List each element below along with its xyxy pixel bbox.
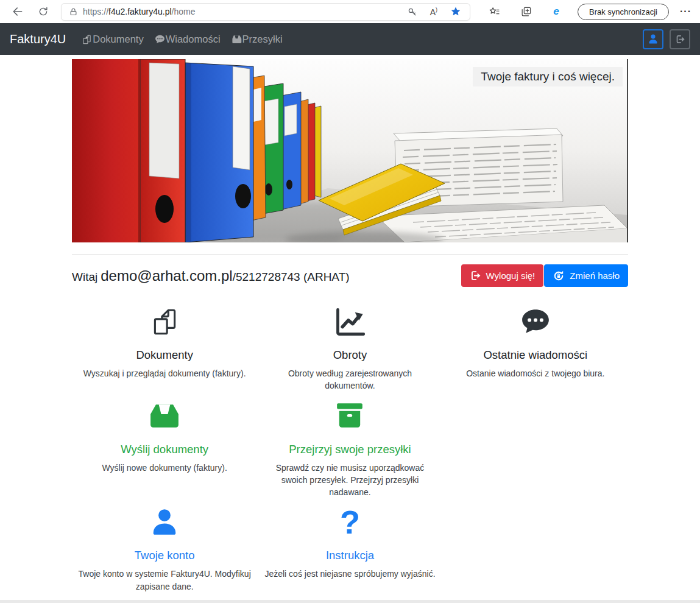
feature-grid: Dokumenty Wyszukaj i przeglądaj dokument… [72, 306, 628, 593]
comment-icon [448, 306, 623, 339]
site-navbar: Faktury4U Dokumenty Wiadomości Przesyłki [0, 23, 700, 55]
card-wiadomosci[interactable]: Ostatnie wiadomości Ostanie wiadomości z… [443, 306, 628, 392]
inbox-icon [232, 34, 242, 44]
card-title[interactable]: Wyślij dokumenty [77, 443, 252, 456]
card-title[interactable]: Ostatnie wiadomości [448, 348, 623, 362]
favorite-star-icon[interactable] [450, 6, 461, 17]
change-password-button[interactable]: Zmień hasło [544, 264, 628, 287]
browser-toolbar: https://f4u2.faktury4u.pl/home A) e Brak… [0, 0, 700, 23]
nav-item-przesylki[interactable]: Przesyłki [232, 34, 283, 45]
user-email: demo@arhat.com.pl [101, 267, 232, 284]
card-twoje-konto[interactable]: Twoje konto Twoje konto w systemie Faktu… [72, 507, 257, 593]
favorites-hub-icon [489, 6, 500, 18]
card-desc: Sprawdź czy nie musisz uporządkować swoi… [262, 462, 437, 499]
account-button[interactable] [643, 29, 663, 49]
account-number: /5212728743 (ARHAT) [233, 270, 350, 283]
nav-item-label: Dokumenty [93, 34, 143, 45]
card-desc: Wyślij nowe dokumenty (faktury). [77, 462, 252, 474]
copy-icon [77, 306, 252, 339]
refresh-button[interactable] [34, 2, 52, 21]
card-desc: Ostanie wiadomości z twojego biura. [448, 367, 623, 379]
divider [72, 254, 628, 255]
url-text: https://f4u2.faktury4u.pl/home [83, 7, 195, 16]
inbox-icon [77, 401, 252, 434]
viewport-bottom-strip [0, 600, 700, 603]
read-aloud-icon[interactable]: A) [430, 7, 437, 17]
password-key-icon[interactable] [407, 7, 417, 17]
archive-box-icon [262, 401, 437, 434]
comment-icon [155, 34, 165, 44]
card-title[interactable]: Dokumenty [77, 348, 252, 362]
card-title[interactable]: Twoje konto [77, 549, 252, 562]
nav-item-dokumenty[interactable]: Dokumenty [82, 34, 143, 45]
user-icon [77, 507, 252, 540]
copy-icon [82, 34, 92, 44]
refresh-icon [38, 6, 49, 17]
user-icon [648, 34, 659, 44]
collections-button[interactable] [517, 2, 535, 21]
card-desc: Wyszukaj i przeglądaj dokumenty (faktury… [77, 367, 252, 379]
card-instrukcja[interactable]: ? Instrukcja Jeżeli coś jest niejasne sp… [257, 507, 442, 593]
welcome-section: Witajdemo@arhat.com.pl/5212728743 (ARHAT… [72, 264, 628, 287]
nav-links: Dokumenty Wiadomości Przesyłki [82, 34, 282, 45]
navbar-actions [643, 29, 690, 49]
navbar-logout-button[interactable] [670, 29, 690, 49]
favorites-hub-button[interactable] [485, 2, 503, 21]
back-button[interactable] [9, 2, 27, 21]
card-obroty[interactable]: Obroty Obroty według zarejestrowanych do… [257, 306, 442, 392]
card-desc: Twoje konto w systemie Faktury4U. Modyfi… [77, 568, 252, 593]
lock-icon[interactable] [69, 7, 78, 16]
card-title[interactable]: Obroty [262, 348, 437, 362]
nav-item-wiadomosci[interactable]: Wiadomości [155, 34, 221, 45]
address-bar[interactable]: https://f4u2.faktury4u.pl/home A) [61, 3, 470, 21]
sign-out-icon [675, 34, 685, 44]
brand-link[interactable]: Faktury4U [10, 32, 66, 46]
collections-icon [520, 6, 532, 18]
hero-caption: Twoje faktury i coś więcej. [473, 67, 623, 86]
nav-item-label: Wiadomości [166, 34, 221, 45]
binders-illustration [72, 59, 628, 242]
card-desc: Jeżeli coś jest niejasne spróbujemy wyja… [262, 568, 437, 580]
card-przesylki[interactable]: Przejrzyj swoje przesyłki Sprawdź czy ni… [257, 401, 442, 499]
chart-line-icon [262, 306, 437, 339]
sync-status-button[interactable]: Brak synchronizacji [578, 4, 669, 20]
card-dokumenty[interactable]: Dokumenty Wyszukaj i przeglądaj dokument… [72, 306, 257, 392]
nav-item-label: Przesyłki [242, 34, 283, 45]
back-icon [12, 5, 24, 18]
screen: { "browser": { "url": { "scheme": "https… [0, 0, 700, 603]
logout-button[interactable]: Wyloguj się! [461, 264, 544, 287]
hero-image: Twoje faktury i coś więcej. [72, 59, 628, 242]
question-icon: ? [262, 507, 437, 540]
card-desc: Obroty według zarejestrowanych dokumentó… [262, 367, 437, 392]
greeting: Witaj [72, 270, 97, 283]
reset-password-icon [553, 270, 565, 282]
main-content: Twoje faktury i coś więcej. Witajdemo@ar… [72, 59, 628, 603]
ie-mode-icon[interactable]: e [547, 2, 565, 21]
card-title[interactable]: Przejrzyj swoje przesyłki [262, 443, 437, 456]
welcome-actions: Wyloguj się! Zmień hasło [461, 264, 628, 287]
browser-menu-button[interactable]: ··· [680, 6, 691, 17]
welcome-text: Witajdemo@arhat.com.pl/5212728743 (ARHAT… [72, 267, 350, 284]
sign-out-icon [470, 270, 481, 281]
card-title[interactable]: Instrukcja [262, 549, 437, 562]
card-wyslij-dokumenty[interactable]: Wyślij dokumenty Wyślij nowe dokumenty (… [72, 401, 257, 499]
